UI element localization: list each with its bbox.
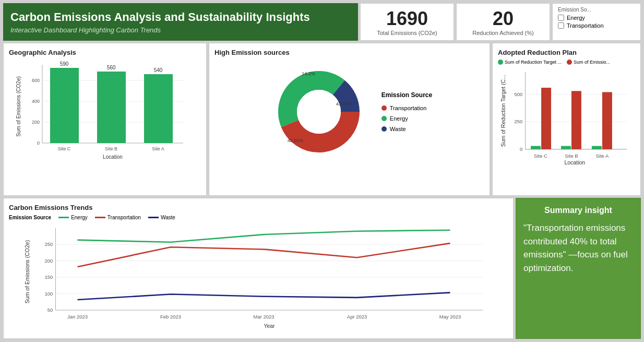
- svg-text:Year: Year: [264, 323, 275, 329]
- donut-label-energy: 42.01%: [288, 138, 304, 143]
- trends-legend-energy: Energy: [58, 215, 88, 220]
- svg-text:250: 250: [44, 241, 53, 247]
- bar-target-siteb: [561, 146, 571, 149]
- trends-line-energy: [58, 217, 69, 218]
- trends-legend-transportation: Transportation: [95, 215, 141, 220]
- svg-text:Site C: Site C: [58, 146, 71, 151]
- dashboard: Carbon Emissions Analysis and Sustainabi…: [0, 0, 644, 342]
- svg-text:0: 0: [37, 140, 40, 146]
- summary-text: "Transportation emissions contributed 40…: [523, 221, 633, 275]
- kpi-reduction-value: 20: [493, 8, 514, 30]
- bar-site-b: [97, 72, 126, 143]
- bar-target-sitea: [592, 146, 602, 149]
- filter-label-energy: Energy: [567, 15, 585, 21]
- svg-text:Mar 2023: Mar 2023: [254, 314, 275, 320]
- svg-text:100: 100: [44, 291, 53, 297]
- legend-dot-waste: [381, 126, 387, 132]
- main-row: Geographic Analysis 0 200 400 600: [3, 43, 641, 196]
- geo-title: Geographic Analysis: [9, 49, 201, 56]
- donut-center: [297, 90, 341, 134]
- emission-title: High Emission sources: [214, 49, 484, 56]
- svg-text:400: 400: [32, 99, 40, 104]
- svg-text:Location: Location: [103, 154, 123, 160]
- svg-text:Sum of Emissions (CO2e): Sum of Emissions (CO2e): [16, 76, 21, 137]
- bar-emission-siteb: [571, 91, 581, 149]
- svg-text:Site A: Site A: [152, 146, 164, 151]
- legend-dot-target: [498, 60, 503, 65]
- svg-text:Sum of Emissions (CO2e): Sum of Emissions (CO2e): [24, 240, 30, 303]
- donut-container: 43.79% 42.01% 14.2% Emission Source Tran…: [214, 60, 484, 164]
- kpi-reduction-label: Reduction Achieved (%): [472, 30, 533, 36]
- geo-bar-chart: 0 200 400 600 590 560 540: [9, 60, 201, 164]
- filter-item-energy[interactable]: Energy: [558, 15, 635, 21]
- geo-svg: 0 200 400 600 590 560 540: [9, 60, 201, 164]
- trends-legend: Emission Source Energy Transportation Wa…: [9, 215, 508, 220]
- legend-waste: Waste: [381, 126, 432, 132]
- line-chart: 50 100 150 200 250: [9, 222, 508, 332]
- bar-emission-sitec: [541, 88, 551, 149]
- trends-svg: 50 100 150 200 250: [9, 222, 508, 332]
- trends-line-transportation: [95, 217, 105, 218]
- svg-text:Location: Location: [564, 159, 585, 166]
- svg-text:560: 560: [107, 65, 116, 70]
- legend-label-target: Sum of Reduction Target ...: [505, 60, 562, 65]
- trends-legend-title: Emission Source: [9, 215, 51, 220]
- emission-panel: High Emission sources 43.79% 42.01: [209, 43, 490, 196]
- header-title-panel: Carbon Emissions Analysis and Sustainabi…: [3, 3, 358, 41]
- header: Carbon Emissions Analysis and Sustainabi…: [3, 3, 641, 41]
- donut-label-waste: 14.2%: [302, 71, 315, 76]
- bar-site-c: [50, 68, 79, 143]
- bottom-row: Carbon Emissions Trends Emission Source …: [3, 198, 641, 339]
- donut-svg: 43.79% 42.01% 14.2%: [267, 60, 371, 164]
- filter-checkbox-transportation[interactable]: [558, 22, 564, 29]
- geo-panel: Geographic Analysis 0 200 400 600: [3, 43, 207, 196]
- donut-label-transportation: 43.79%: [336, 101, 352, 107]
- bar-emission-sitea: [602, 92, 612, 149]
- svg-text:0: 0: [520, 146, 522, 152]
- svg-text:Site A: Site A: [596, 153, 609, 159]
- summary-title: Summary insight: [544, 206, 612, 215]
- svg-text:540: 540: [154, 67, 163, 73]
- filter-title: Emission So...: [558, 7, 635, 13]
- emission-source-title: Emission Source: [381, 91, 432, 99]
- trends-legend-waste: Waste: [148, 215, 175, 220]
- svg-text:Sum of Reduction Target (C...: Sum of Reduction Target (C...: [500, 75, 506, 147]
- svg-text:May 2023: May 2023: [439, 314, 461, 320]
- dashboard-title: Carbon Emissions Analysis and Sustainabi…: [10, 10, 351, 24]
- reduction-legend: Sum of Reduction Target ... Sum of Emiss…: [498, 60, 635, 65]
- svg-text:600: 600: [32, 78, 40, 83]
- trends-label-energy: Energy: [71, 215, 88, 220]
- energy-line: [78, 230, 450, 242]
- summary-panel: Summary insight "Transportation emission…: [516, 198, 641, 339]
- legend-label-emission: Sum of Emissio...: [574, 60, 610, 65]
- trends-label-transportation: Transportation: [108, 215, 141, 220]
- kpi-emissions-value: 1690: [386, 8, 428, 30]
- legend-label-transportation: Transportation: [390, 105, 427, 111]
- svg-text:500: 500: [514, 91, 522, 97]
- kpi-total-emissions: 1690 Total Emissions (CO2e): [360, 3, 454, 41]
- legend-dot-energy: [381, 116, 387, 121]
- svg-text:200: 200: [32, 120, 40, 125]
- filter-item-transportation[interactable]: Transportation: [558, 22, 635, 29]
- kpi-reduction: 20 Reduction Achieved (%): [456, 3, 550, 41]
- svg-text:Apr 2023: Apr 2023: [347, 314, 367, 320]
- legend-transportation: Transportation: [381, 105, 432, 111]
- svg-text:Jan 2023: Jan 2023: [67, 314, 88, 320]
- svg-text:Site B: Site B: [105, 146, 117, 151]
- filter-checkbox-energy[interactable]: [558, 15, 564, 21]
- legend-label-energy: Energy: [390, 115, 408, 122]
- legend-dot-emission: [567, 60, 572, 65]
- legend-dot-transportation: [381, 105, 387, 111]
- svg-text:590: 590: [60, 61, 69, 67]
- reduction-legend-emission: Sum of Emissio...: [567, 60, 610, 65]
- reduction-panel: Adopted Reduction Plan Sum of Reduction …: [492, 43, 641, 196]
- trends-line-waste: [148, 217, 159, 218]
- svg-text:Site B: Site B: [565, 153, 578, 159]
- kpi-emissions-label: Total Emissions (CO2e): [377, 30, 437, 36]
- reduction-legend-target: Sum of Reduction Target ...: [498, 60, 562, 65]
- filter-panel: Emission So... Energy Transportation: [552, 3, 641, 41]
- dashboard-subtitle: Interactive Dashboard Highlighting Carbo…: [10, 26, 351, 34]
- svg-text:Feb 2023: Feb 2023: [160, 314, 181, 320]
- reduction-title: Adopted Reduction Plan: [498, 49, 635, 56]
- legend-label-waste: Waste: [390, 126, 406, 132]
